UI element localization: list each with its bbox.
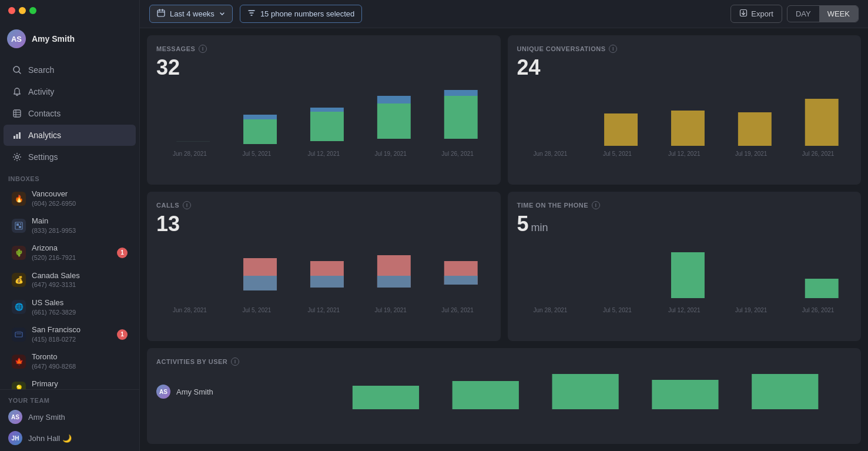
team-member-amy[interactable]: AS Amy Smith [0,406,139,427]
inbox-number-san-francisco: (415) 818-0272 [32,335,81,343]
minimize-control[interactable] [19,7,26,14]
date-filter[interactable]: Last 4 weeks [149,5,233,23]
time-on-phone-bar-chart [517,243,852,302]
filter-icon [247,9,256,19]
activities-label: ACTIVITIES BY USER [156,358,227,365]
svg-rect-36 [243,276,277,290]
svg-rect-7 [16,134,18,139]
sidebar-item-analytics[interactable]: Analytics [4,125,136,146]
day-week-toggle: DAY WEEK [787,5,859,22]
svg-rect-34 [805,99,838,146]
day-button[interactable]: DAY [787,6,819,22]
svg-rect-32 [671,111,704,146]
export-button[interactable]: Export [730,5,782,23]
inbox-name-vancouver: Vancouver [32,189,76,199]
inboxes-list: 🔥 Vancouver (604) 262-6950 Main (833) 28… [0,185,139,389]
topbar: Last 4 weeks 15 phone numbers selected [140,0,868,28]
date-filter-label: Last 4 weeks [170,9,215,18]
activities-info-icon[interactable]: i [231,358,239,366]
svg-rect-2 [14,110,21,117]
sidebar-item-activity[interactable]: Activity [4,81,136,102]
inbox-number-main: (833) 281-9953 [32,226,76,235]
svg-rect-8 [19,132,21,139]
unique-conversations-dates: Jun 28, 2021 Jul 5, 2021 Jul 12, 2021 Ju… [517,151,852,157]
inbox-item-us-sales[interactable]: 🌐 US Sales (661) 762-3829 [4,294,136,320]
phone-filter[interactable]: 15 phone numbers selected [240,5,362,23]
inbox-item-vancouver[interactable]: 🔥 Vancouver (604) 262-6950 [4,185,136,212]
search-label: Search [28,65,54,75]
activity-chart-svg [253,374,852,409]
team-section: Your team AS Amy Smith JH John Hall 🌙 [0,389,139,451]
user-profile[interactable]: AS Amy Smith [0,21,139,56]
inbox-icon-us-sales: 🌐 [12,300,26,314]
contacts-icon [12,108,22,119]
calls-info-icon[interactable]: i [183,201,191,209]
week-button[interactable]: WEEK [819,6,858,22]
svg-rect-49 [752,374,818,409]
inbox-name-primary-1: Primary [32,379,76,389]
inbox-item-san-francisco[interactable]: San Francisco (415) 818-0272 1 [4,321,136,348]
messages-info-icon[interactable]: i [199,45,207,53]
main-content: Last 4 weeks 15 phone numbers selected [140,0,868,451]
time-unit: min [531,222,548,233]
inbox-icon-main [12,219,26,233]
inbox-icon-arizona: 🌵 [12,246,26,260]
svg-rect-13 [19,226,21,228]
team-name-john: John Hall 🌙 [28,434,72,443]
svg-rect-42 [444,276,478,285]
inbox-name-arizona: Arizona [32,243,76,253]
inbox-item-toronto[interactable]: 🍁 Toronto (647) 490-8268 [4,348,136,375]
export-icon [739,9,748,19]
unique-conversations-chart: UNIQUE CONVERSATIONS i 24 Jun 28, 2021 J… [508,35,862,185]
team-member-john[interactable]: JH John Hall 🌙 [0,427,139,449]
svg-rect-27 [377,103,411,139]
sidebar-item-settings[interactable]: Settings [4,146,136,168]
sidebar: AS Amy Smith Search Activity [0,0,140,451]
activity-bars-amy [253,374,852,409]
team-avatar-amy: AS [8,410,22,424]
close-control[interactable] [8,7,15,14]
svg-rect-11 [16,223,19,226]
messages-chart: MESSAGES i 32 Jun 28, 20 [147,35,501,185]
calls-dates: Jun 28, 2021 Jul 5, 2021 Jul 12, 2021 Ju… [156,307,491,313]
unique-conversations-label: UNIQUE CONVERSATIONS [517,45,606,52]
team-name-amy: Amy Smith [28,413,65,422]
messages-label: MESSAGES [156,45,195,52]
inbox-name-san-francisco: San Francisco [32,325,81,335]
svg-line-1 [19,72,21,74]
sidebar-item-contacts[interactable]: Contacts [4,103,136,124]
gear-icon [12,152,22,162]
unique-conversations-bar-chart [517,87,852,146]
svg-rect-12 [20,223,21,225]
inbox-item-arizona[interactable]: 🌵 Arizona (520) 216-7921 1 [4,239,136,266]
calls-bar-chart [156,243,491,302]
inbox-number-vancouver: (604) 262-6950 [32,199,76,208]
svg-rect-6 [14,136,15,139]
inbox-item-primary-1[interactable]: 💡 Primary (778) 765-2374 [4,375,136,389]
inbox-item-canada-sales[interactable]: 💰 Canada Sales (647) 492-3131 [4,267,136,293]
inbox-item-main[interactable]: Main (833) 281-9953 [4,212,136,239]
sidebar-item-search[interactable]: Search [4,59,136,81]
svg-rect-29 [444,96,478,139]
inbox-name-us-sales: US Sales [32,298,76,308]
time-on-phone-info-icon[interactable]: i [592,201,600,209]
unique-conversations-info-icon[interactable]: i [609,45,617,53]
svg-rect-26 [310,108,344,112]
phone-filter-label: 15 phone numbers selected [260,9,354,18]
calls-chart: CALLS i 13 Jun 28, 2021 J [147,192,501,341]
svg-rect-23 [243,119,277,144]
avatar: AS [7,29,26,48]
maximize-control[interactable] [29,7,36,14]
inbox-name-main: Main [32,216,76,226]
svg-rect-47 [552,374,619,409]
activity-user-name-amy: Amy Smith [176,387,247,396]
inbox-icon-primary-1: 💡 [12,382,26,389]
activity-user-row-amy: AS Amy Smith [156,374,852,409]
time-on-phone-value: 5min [517,212,852,236]
svg-point-9 [16,156,19,159]
settings-label: Settings [28,152,58,162]
svg-rect-24 [243,115,277,119]
chevron-down-icon [219,9,225,18]
svg-rect-30 [444,90,478,96]
analytics-label: Analytics [28,131,61,140]
